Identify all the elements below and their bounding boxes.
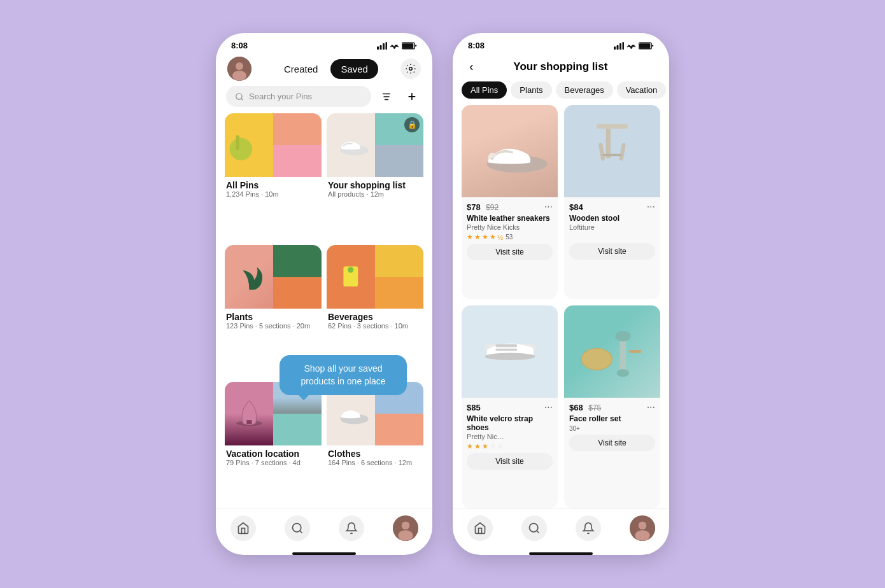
svg-point-4	[393, 47, 395, 48]
more-btn-velcro[interactable]: ···	[544, 402, 553, 413]
board-title-clothes: Clothes	[328, 449, 422, 459]
product-image-roller	[564, 305, 660, 398]
filter-plants[interactable]: Plants	[511, 81, 551, 99]
board-shopping-list[interactable]: 🔒 Your shopping list All products · 12m	[327, 113, 423, 240]
svg-point-49	[617, 369, 629, 377]
board-beverages[interactable]: Beverages 62 Pins · 3 sections · 10m	[327, 245, 423, 372]
created-tab[interactable]: Created	[274, 59, 328, 79]
svg-point-54	[638, 521, 646, 529]
original-price-roller: $75	[588, 403, 601, 412]
svg-line-39	[600, 145, 603, 159]
filter-tabs: All Pins Plants Beverages Vacation C…	[453, 81, 669, 105]
filter-all-pins[interactable]: All Pins	[462, 81, 507, 99]
price-row-sneaker: $78 $92 ···	[467, 201, 553, 213]
search-box[interactable]: Search your Pins	[226, 86, 371, 107]
back-button[interactable]: ‹	[464, 57, 479, 76]
product-name-stool: Wooden stool	[569, 214, 655, 223]
price-sneaker: $78	[467, 202, 481, 212]
svg-point-48	[615, 331, 630, 342]
price-stool: $84	[569, 202, 583, 212]
avatar[interactable]	[227, 57, 251, 81]
price-row-stool: $84 ···	[569, 201, 655, 213]
filter-icon[interactable]	[376, 87, 397, 107]
product-name-velcro: White velcro strap shoes	[467, 414, 553, 432]
svg-rect-35	[639, 43, 650, 48]
svg-rect-47	[620, 336, 627, 373]
tooltip-bubble: Shop all your saved products in one plac…	[280, 355, 407, 395]
stars-sneaker: ★ ★ ★ ★ ½ 53	[467, 233, 553, 241]
review-count-roller: 30+	[569, 425, 655, 432]
product-info-stool: $84 ··· Wooden stool Loftiture Visit sit…	[564, 197, 660, 265]
bell-nav-btn-2[interactable]	[576, 515, 601, 541]
status-bar-1: 8:08	[216, 33, 432, 53]
svg-point-20	[348, 267, 353, 272]
profile-nav-btn-2[interactable]	[630, 515, 655, 541]
board-meta-beverages: 62 Pins · 3 sections · 10m	[328, 322, 422, 330]
board-title-vacation: Vacation location	[226, 449, 320, 459]
board-clothes[interactable]: Clothes 164 Pins · 6 sections · 12m	[327, 382, 423, 508]
saved-tab[interactable]: Saved	[330, 59, 378, 79]
board-meta-clothes: 164 Pins · 6 sections · 12m	[328, 459, 422, 466]
search-placeholder: Search your Pins	[249, 92, 312, 101]
signal-icon-2	[614, 42, 624, 50]
board-title-plants: Plants	[226, 312, 320, 322]
gear-icon[interactable]	[400, 59, 421, 79]
product-image-velcro	[462, 305, 558, 398]
svg-rect-2	[383, 43, 385, 50]
svg-rect-38	[606, 129, 611, 158]
more-btn-stool[interactable]: ···	[647, 201, 655, 213]
filter-beverages[interactable]: Beverages	[556, 81, 613, 99]
visit-site-btn-velcro[interactable]: Visit site	[467, 453, 553, 470]
svg-point-9	[232, 71, 246, 81]
bell-nav-btn[interactable]	[339, 515, 364, 541]
status-bar-2: 8:08	[453, 33, 669, 53]
product-roller[interactable]: $68 $75 ··· Face roller set 30+ Visit si…	[564, 305, 660, 508]
more-btn-sneaker[interactable]: ···	[544, 201, 553, 213]
page-title: Your shopping list	[484, 60, 637, 73]
svg-rect-17	[236, 136, 239, 150]
filter-vacation[interactable]: Vacation	[617, 81, 667, 99]
visit-site-btn-sneaker[interactable]: Visit site	[467, 244, 553, 260]
product-stool[interactable]: $84 ··· Wooden stool Loftiture Visit sit…	[564, 105, 660, 299]
time-1: 8:08	[231, 41, 248, 50]
battery-icon-2	[639, 42, 654, 50]
search-nav-btn-2[interactable]	[521, 515, 547, 541]
profile-nav-btn[interactable]	[393, 515, 418, 541]
add-icon[interactable]: +	[402, 87, 422, 107]
svg-line-25	[299, 531, 302, 533]
bottom-nav-1	[216, 508, 432, 550]
phone1-header: Created Saved	[216, 53, 432, 86]
original-price-sneaker: $92	[486, 203, 499, 212]
more-btn-roller[interactable]: ···	[647, 402, 655, 413]
home-indicator-2	[529, 552, 593, 555]
time-2: 8:08	[468, 41, 485, 50]
home-nav-btn-2[interactable]	[467, 515, 493, 541]
board-plants[interactable]: Plants 123 Pins · 5 sections · 20m	[225, 245, 322, 372]
board-meta-vacation: 79 Pins · 7 sections · 4d	[226, 459, 320, 466]
product-info-roller: $68 $75 ··· Face roller set 30+ Visit si…	[564, 398, 660, 456]
visit-site-btn-stool[interactable]: Visit site	[569, 243, 655, 260]
stars-velcro: ★ ★ ★ ☆ ☆	[467, 442, 553, 451]
home-nav-btn[interactable]	[230, 515, 256, 541]
svg-line-40	[621, 145, 624, 159]
product-info-velcro: $85 ··· White velcro strap shoes Pretty …	[462, 398, 558, 475]
product-velcro[interactable]: $85 ··· White velcro strap shoes Pretty …	[462, 305, 558, 508]
svg-point-16	[230, 138, 252, 160]
board-all-pins[interactable]: All Pins 1,234 Pins · 10m	[225, 113, 322, 240]
search-nav-btn[interactable]	[285, 515, 310, 541]
svg-rect-44	[495, 349, 517, 351]
visit-site-btn-roller[interactable]: Visit site	[569, 435, 655, 451]
product-name-sneaker: White leather sneakers	[467, 214, 553, 223]
board-title-beverages: Beverages	[328, 312, 422, 322]
search-icon	[235, 92, 244, 101]
review-count-sneaker: 53	[506, 234, 513, 241]
product-sneaker[interactable]: $78 $92 ··· White leather sneakers Prett…	[462, 105, 558, 299]
svg-point-27	[401, 521, 409, 529]
board-meta-plants: 123 Pins · 5 sections · 20m	[226, 322, 320, 330]
product-image-stool	[564, 105, 660, 197]
phone-1: 8:08	[216, 33, 432, 555]
products-grid: $78 $92 ··· White leather sneakers Prett…	[453, 105, 669, 508]
svg-rect-1	[380, 45, 382, 50]
svg-point-24	[292, 524, 301, 532]
board-vacation[interactable]: Vacation location 79 Pins · 7 sections ·…	[225, 382, 322, 508]
